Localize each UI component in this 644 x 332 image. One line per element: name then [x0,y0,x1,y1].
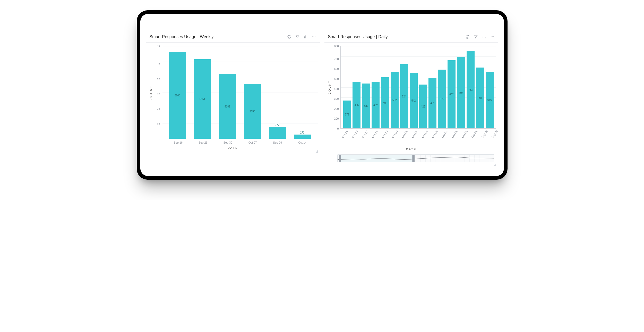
svg-point-5 [493,37,494,37]
bar[interactable]: 272 [294,135,311,139]
panel-title: Smart Responses Usage | Daily [328,35,388,39]
y-tick: 0 [337,127,339,130]
svg-point-0 [312,37,313,37]
bar-value-label: 753 [468,88,473,91]
plot-area[interactable]: 2724554374524965526245424264915726626947… [340,46,496,129]
y-axis: 8007006005004003002001000 [332,46,340,129]
bar[interactable]: 426 [419,85,427,128]
bar-value-label: 662 [449,93,454,96]
y-tick: 300 [334,97,339,100]
svg-point-3 [491,37,491,37]
panel-daily: Smart Responses Usage | Daily [324,32,498,168]
x-tick: Sep 30 [219,141,237,144]
bar-value-label: 552 [392,98,397,101]
y-tick: 600 [334,68,339,70]
bar-value-label: 437 [364,104,368,107]
bar-value-label: 572 [440,97,444,100]
panel-header: Smart Responses Usage | Daily [324,32,498,43]
panel-weekly: Smart Responses Usage | Weekly [146,32,320,168]
bar[interactable]: 772 [269,127,286,139]
sparkline [338,155,494,162]
bar[interactable]: 552 [391,72,399,128]
y-tick: 400 [334,87,339,90]
bar-chart-icon[interactable] [303,35,308,39]
svg-point-4 [492,37,493,37]
more-icon[interactable] [490,35,495,39]
x-axis-label: DATE [148,144,318,149]
resize-handle-icon[interactable] [494,164,496,166]
bar-value-label: 549 [487,99,492,102]
bar-value-label: 3558 [250,110,255,113]
bar-value-label: 591 [478,97,482,99]
chart-daily: COUNT 8007006005004003002001000 27245543… [324,43,498,168]
filter-icon[interactable] [474,35,478,39]
x-tick: Oct 14 [294,141,311,144]
bar-value-label: 772 [275,123,280,127]
bar[interactable]: 272 [343,101,351,128]
svg-point-1 [314,37,314,37]
x-tick: Sep 16 [170,141,187,144]
x-axis: Oct 14Oct 13Oct 12Oct 11Oct 10Oct 09Oct … [333,129,496,142]
y-axis: 6K5K4K3K2K1K0 [153,46,162,139]
bar-value-label: 426 [421,105,425,108]
bar-chart-icon[interactable] [482,35,486,39]
bar[interactable]: 542 [410,73,418,128]
bar-value-label: 272 [300,131,305,135]
bar[interactable]: 491 [428,78,436,128]
y-tick: 100 [334,117,339,120]
bar[interactable]: 662 [448,60,456,128]
y-tick: 6K [157,45,160,48]
refresh-icon[interactable] [465,35,470,39]
filter-icon[interactable] [295,35,300,39]
refresh-icon[interactable] [287,35,291,39]
y-tick: 2K [157,107,160,110]
bar[interactable]: 5608 [169,52,186,139]
scrubber-handle-right[interactable] [413,155,415,162]
resize-handle-icon[interactable] [315,150,318,153]
y-tick: 700 [334,57,339,60]
bar[interactable]: 437 [362,84,370,128]
plot-area[interactable]: 5608515141893558772272 [162,46,318,139]
x-tick: Sep 29 [487,127,501,141]
svg-point-2 [315,37,315,37]
x-tick: Sep 23 [194,141,212,144]
bar[interactable]: 4189 [219,74,236,139]
y-tick: 5K [157,63,160,65]
bar[interactable]: 591 [476,68,484,128]
y-tick: 200 [334,107,339,110]
panel-title: Smart Responses Usage | Weekly [150,35,214,39]
bar-value-label: 452 [373,104,378,106]
y-tick: 1K [157,122,160,125]
y-axis-label: COUNT [148,46,153,139]
bar-value-label: 496 [383,102,387,104]
bar-value-label: 5608 [175,94,180,97]
bar-value-label: 542 [411,99,416,102]
time-scrubber[interactable] [337,154,494,162]
bar[interactable]: 624 [400,64,408,128]
bar-value-label: 272 [345,113,349,116]
bar[interactable]: 452 [372,82,380,128]
bar[interactable]: 496 [381,77,389,128]
y-tick: 3K [157,93,160,95]
bar[interactable]: 753 [467,51,475,128]
panel-actions [287,35,316,39]
bar-value-label: 455 [354,104,359,106]
bar-value-label: 4189 [225,105,230,108]
more-icon[interactable] [312,35,316,39]
x-tick: Oct 07 [244,141,261,144]
chart-weekly: COUNT 6K5K4K3K2K1K0 56085151418935587722… [146,43,320,155]
bar[interactable]: 549 [486,72,494,128]
y-axis-label: COUNT [327,46,332,129]
panel-actions [465,35,495,39]
bar[interactable]: 3558 [244,84,261,139]
scrubber-handle-left[interactable] [339,155,341,162]
bar[interactable]: 5151 [194,59,211,139]
x-axis-label: DATE [327,142,496,151]
bar[interactable]: 694 [457,57,465,128]
bar[interactable]: 572 [438,70,446,128]
bar-value-label: 624 [402,95,406,98]
bar[interactable]: 455 [353,82,360,128]
y-tick: 0 [159,137,160,140]
dashboard-panels: Smart Responses Usage | Weekly [146,32,498,168]
bar-value-label: 491 [430,102,435,105]
